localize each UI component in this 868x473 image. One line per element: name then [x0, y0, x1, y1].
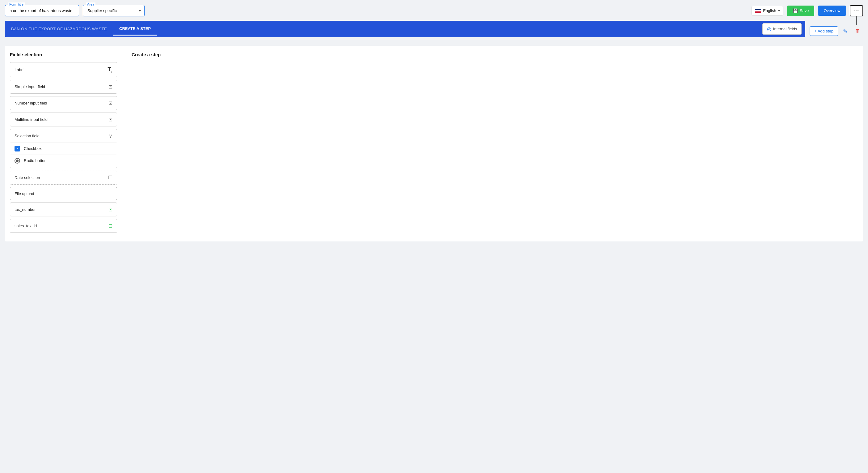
checkbox-label: Checkbox [24, 146, 42, 151]
form-title-label: Form title [8, 2, 25, 6]
area-select[interactable]: Supplier specific Customer specific Inte… [83, 5, 145, 17]
sales-tax-id-label: sales_tax_id [14, 224, 37, 228]
globe-icon: ◎ [767, 26, 771, 32]
simple-input-icon: ⊡ [108, 84, 113, 90]
list-item[interactable]: Radio button [10, 154, 117, 167]
nav-right: ◎ Internal fields [758, 21, 805, 37]
add-step-button[interactable]: + Add step [810, 26, 838, 36]
create-step-title: Create a step [132, 52, 858, 57]
field-selection-title: Field selection [10, 52, 117, 57]
pencil-icon: ✎ [843, 28, 847, 34]
list-item[interactable]: Simple input field ⊡ [10, 80, 117, 94]
list-item[interactable]: File upload [10, 187, 117, 200]
list-item[interactable]: tax_number ⊡ [10, 203, 117, 216]
more-options-button[interactable]: ··· [850, 5, 863, 17]
sales-tax-id-icon: ⊡ [108, 223, 113, 229]
selection-field-chevron-icon: ∨ [109, 133, 113, 139]
number-input-label: Number input field [14, 101, 47, 106]
flag-icon [755, 9, 761, 13]
radio-button-icon [14, 158, 20, 164]
list-item[interactable]: Multiline input field ⊡ [10, 113, 117, 126]
area-label: Area [86, 2, 95, 6]
language-chevron-icon [778, 8, 780, 13]
delete-button[interactable]: 🗑 [852, 27, 863, 35]
selection-field-label: Selection field [14, 134, 39, 138]
save-button[interactable]: 💾 Save [787, 6, 814, 16]
label-field-label: Label [14, 67, 24, 72]
radio-button-label: Radio button [24, 158, 46, 163]
list-item[interactable]: Number input field ⊡ [10, 96, 117, 110]
tab-ban-export[interactable]: BAN ON THE EXPORT OF HAZARDOUS WASTE [5, 23, 113, 35]
tax-number-label: tax_number [14, 207, 36, 212]
main-content: Field selection Label T↕ Simple input fi… [5, 46, 863, 241]
area-wrapper: Area Supplier specific Customer specific… [83, 5, 145, 17]
file-upload-label: File upload [14, 191, 34, 196]
tax-number-icon: ⊡ [108, 207, 113, 212]
list-item[interactable]: sales_tax_id ⊡ [10, 219, 117, 233]
multiline-input-label: Multiline input field [14, 117, 48, 122]
trash-icon: 🗑 [855, 28, 861, 34]
action-bar: + Add step ✎ 🗑 [810, 26, 863, 36]
form-title-input[interactable] [5, 5, 79, 17]
language-selector[interactable]: English [751, 6, 783, 16]
simple-input-label: Simple input field [14, 84, 45, 89]
list-item[interactable]: Label T↕ [10, 62, 117, 77]
create-step-panel: Create a step [127, 46, 863, 241]
overview-button[interactable]: Overview [818, 6, 846, 16]
multiline-input-icon: ⊡ [108, 117, 113, 122]
selection-field-item[interactable]: Selection field ∨ ✓ Checkbox Radio butto [10, 129, 117, 168]
nav-bar: BAN ON THE EXPORT OF HAZARDOUS WASTE CRE… [5, 21, 805, 37]
selection-subitems: ✓ Checkbox Radio button [10, 143, 117, 168]
internal-fields-button[interactable]: ◎ Internal fields [762, 23, 802, 35]
form-title-wrapper: Form title [5, 5, 79, 17]
language-label: English [763, 8, 776, 13]
edit-button[interactable]: ✎ [840, 27, 850, 36]
field-selection-panel: Field selection Label T↕ Simple input fi… [5, 46, 122, 241]
list-item[interactable]: Date selection ☐ [10, 171, 117, 184]
calendar-icon: ☐ [108, 175, 113, 181]
number-input-icon: ⊡ [108, 100, 113, 106]
list-item[interactable]: ✓ Checkbox [10, 143, 117, 154]
text-format-icon: T↕ [108, 66, 113, 73]
tab-create-step[interactable]: CREATE A STEP [113, 23, 157, 35]
selection-field-header[interactable]: Selection field ∨ [10, 129, 117, 143]
date-selection-label: Date selection [14, 175, 40, 180]
checkbox-icon: ✓ [14, 146, 20, 151]
save-floppy-icon: 💾 [793, 8, 798, 13]
